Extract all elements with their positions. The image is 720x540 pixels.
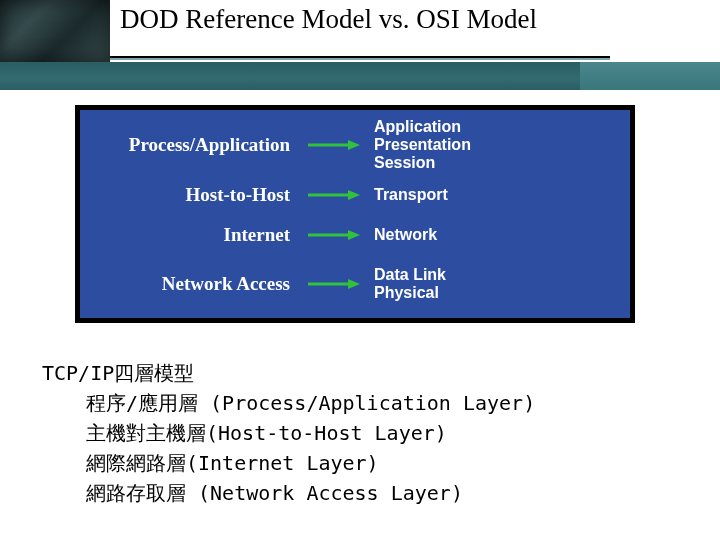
title-underline — [110, 56, 610, 60]
comparison-diagram: Process/Application Application Presenta… — [75, 105, 635, 323]
svg-marker-3 — [348, 190, 360, 200]
slide-title: DOD Reference Model vs. OSI Model — [120, 4, 537, 35]
diagram-inner: Process/Application Application Presenta… — [80, 110, 630, 318]
mapping-row-2: Host-to-Host Transport — [80, 184, 630, 206]
dod-layer-process-application: Process/Application — [80, 134, 298, 156]
summary-item-3: 網際網路層(Internet Layer) — [86, 448, 535, 478]
summary-item-1: 程序/應用層 (Process/Application Layer) — [86, 388, 535, 418]
osi-layer-transport: Transport — [368, 186, 630, 204]
mapping-row-3: Internet Network — [80, 224, 630, 246]
mapping-row-1: Process/Application Application Presenta… — [80, 118, 630, 172]
svg-marker-7 — [348, 279, 360, 289]
mapping-row-4: Network Access Data Link Physical — [80, 266, 630, 302]
summary-item-2: 主機對主機層(Host-to-Host Layer) — [86, 418, 535, 448]
summary-heading: TCP/IP四層模型 — [42, 358, 535, 388]
arrow-icon — [298, 277, 368, 291]
summary-item-4: 網路存取層 (Network Access Layer) — [86, 478, 535, 508]
svg-marker-5 — [348, 230, 360, 240]
arrow-icon — [298, 188, 368, 202]
accent-bar — [0, 62, 720, 90]
osi-layers-datalink-physical: Data Link Physical — [368, 266, 630, 302]
dod-layer-host-to-host: Host-to-Host — [80, 184, 298, 206]
summary-text: TCP/IP四層模型 程序/應用層 (Process/Application L… — [42, 358, 535, 508]
slide: DOD Reference Model vs. OSI Model Proces… — [0, 0, 720, 540]
osi-layers-app-pres-sess: Application Presentation Session — [368, 118, 630, 172]
osi-layer-network: Network — [368, 226, 630, 244]
arrow-icon — [298, 228, 368, 242]
arrow-icon — [298, 138, 368, 152]
dod-layer-network-access: Network Access — [80, 273, 298, 295]
dod-layer-internet: Internet — [80, 224, 298, 246]
decorative-texture — [0, 0, 110, 62]
svg-marker-1 — [348, 140, 360, 150]
